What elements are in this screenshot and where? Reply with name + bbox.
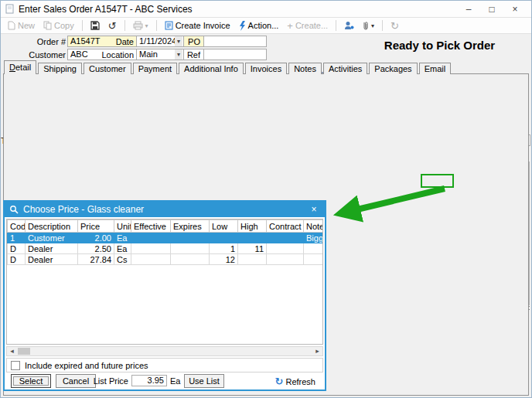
print-icon	[133, 21, 143, 30]
print-dropdown-icon: ▾	[145, 21, 148, 31]
tab-email[interactable]: Email	[419, 63, 452, 74]
list-price-unit: Ea	[170, 376, 180, 386]
col-expires[interactable]: Expires	[171, 220, 210, 233]
location-label: Location	[98, 50, 134, 60]
date-input[interactable]: 1/11/2024▾	[136, 36, 184, 47]
tab-detail[interactable]: Detail	[4, 60, 36, 74]
col-description[interactable]: Description	[26, 220, 78, 233]
attachments-button[interactable]: ▾	[360, 20, 377, 32]
dialog-titlebar: Choose Price - Glass cleaner ×	[5, 202, 325, 217]
order-status-text: Ready to Pick Order	[356, 39, 523, 52]
date-dropdown-icon[interactable]: ▾	[175, 36, 182, 46]
invoice-icon	[165, 21, 173, 30]
col-unit[interactable]: Unit	[114, 220, 131, 233]
price-row-selected[interactable]: 1 Customer 2.00 Ea Bigge	[8, 233, 324, 243]
tab-shipping[interactable]: Shipping	[38, 63, 82, 74]
new-button[interactable]: New	[5, 20, 37, 31]
po-input[interactable]	[203, 36, 267, 47]
scroll-left-icon[interactable]: ◂	[7, 347, 17, 355]
search-icon	[9, 205, 19, 214]
tab-activities[interactable]: Activities	[323, 63, 367, 74]
price-grid-header: Code Description Price Unit Effective Ex…	[8, 220, 324, 233]
save-icon	[90, 21, 100, 30]
select-button[interactable]: Select	[11, 374, 51, 388]
toolbar: New Copy ↺ ▾ Create Invoice Action... +	[1, 18, 531, 34]
include-expired-label: Include expired and future prices	[25, 361, 148, 370]
window-title: Enter Sales Order A1547T - ABC Services	[19, 4, 193, 15]
tab-customer[interactable]: Customer	[84, 63, 131, 74]
refresh-icon: ↻	[275, 376, 284, 387]
attachments-dropdown-icon: ▾	[371, 21, 374, 31]
scroll-right-icon[interactable]: ▸	[312, 347, 322, 355]
ref-label: Ref	[183, 50, 200, 60]
list-price-input[interactable]: 3.95	[131, 375, 167, 386]
price-grid: Code Description Price Unit Effective Ex…	[6, 219, 323, 345]
horizontal-scrollbar[interactable]: ◂ ▸	[6, 346, 323, 356]
refresh-button[interactable]: ↻ Refresh	[275, 376, 316, 386]
contacts-button[interactable]	[342, 20, 356, 31]
price-row[interactable]: D Dealer 27.84 Cs 12	[8, 254, 324, 265]
enter-sales-order-window: Enter Sales Order A1547T - ABC Services …	[0, 0, 532, 398]
copy-button[interactable]: Copy	[41, 20, 77, 31]
paperclip-icon	[363, 21, 369, 31]
dialog-title: Choose Price - Glass cleaner	[23, 204, 144, 215]
include-expired-row: Include expired and future prices	[6, 358, 323, 372]
choose-price-dialog: Choose Price - Glass cleaner × Code Desc…	[3, 200, 326, 391]
lightning-icon	[239, 21, 246, 31]
close-button[interactable]: ×	[503, 4, 527, 15]
scrollbar-thumb[interactable]	[18, 348, 30, 355]
po-label: PO	[183, 37, 200, 46]
person-icon	[344, 21, 354, 30]
customer-label: Customer	[22, 50, 66, 60]
refresh-order-button[interactable]: ↻	[388, 20, 401, 32]
tab-strip: Detail Shipping Customer Payment Additio…	[4, 60, 452, 74]
print-button[interactable]: ▾	[131, 20, 151, 32]
date-label: Date	[103, 37, 134, 46]
maximize-button[interactable]: □	[480, 4, 503, 15]
annotation-highlight-box	[421, 174, 454, 188]
col-contract-id[interactable]: Contract ID	[267, 220, 304, 233]
tab-notes[interactable]: Notes	[288, 63, 322, 74]
col-price[interactable]: Price	[78, 220, 114, 233]
refresh-icon: ↻	[390, 21, 399, 31]
col-low[interactable]: Low	[210, 220, 238, 233]
col-code[interactable]: Code	[8, 220, 26, 233]
tab-additional-info[interactable]: Additional Info	[179, 63, 244, 74]
price-row[interactable]: D Dealer 2.50 Ea 1 11	[8, 243, 324, 254]
include-expired-checkbox[interactable]	[11, 361, 20, 370]
undo-button[interactable]: ↺	[106, 20, 119, 32]
plus-icon: +	[287, 21, 293, 31]
ref-input[interactable]	[203, 49, 267, 60]
new-document-icon	[8, 21, 15, 30]
titlebar: Enter Sales Order A1547T - ABC Services …	[1, 1, 531, 18]
col-note[interactable]: Note	[304, 220, 324, 233]
copy-icon	[43, 21, 52, 30]
dialog-close-icon[interactable]: ×	[308, 204, 320, 215]
tab-packages[interactable]: Packages	[369, 63, 417, 74]
col-effective[interactable]: Effective	[131, 220, 171, 233]
order-number-label: Order #	[22, 37, 66, 46]
save-button[interactable]	[88, 20, 102, 31]
use-list-button[interactable]: Use List	[184, 374, 224, 388]
action-button[interactable]: Action...	[237, 20, 281, 32]
col-high[interactable]: High	[238, 220, 267, 233]
create-button[interactable]: + Create...	[285, 20, 330, 32]
app-icon	[5, 4, 14, 14]
list-price-label: List Price	[82, 376, 128, 386]
tab-payment[interactable]: Payment	[133, 63, 177, 74]
create-invoice-button[interactable]: Create Invoice	[162, 20, 233, 31]
tab-invoices[interactable]: Invoices	[245, 63, 287, 74]
undo-icon: ↺	[108, 21, 117, 31]
location-select[interactable]: Main▾	[136, 49, 184, 60]
minimize-button[interactable]: –	[457, 4, 480, 15]
location-dropdown-icon[interactable]: ▾	[175, 49, 182, 60]
